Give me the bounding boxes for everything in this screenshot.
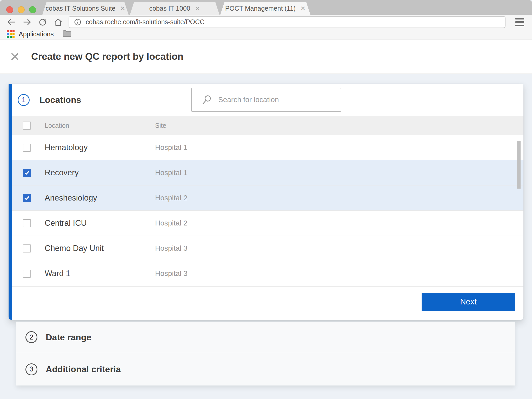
site-cell: Hospital 1 xyxy=(155,143,523,152)
row-checkbox[interactable] xyxy=(23,219,31,227)
tab-close-icon[interactable]: ✕ xyxy=(195,5,200,12)
location-cell: Hematology xyxy=(45,143,155,152)
bookmarks-bar: Applications xyxy=(0,29,532,39)
table-row[interactable]: Central ICUHospital 2 xyxy=(12,211,523,236)
step-additional-criteria[interactable]: 3 Additional criteria xyxy=(16,353,515,385)
dialog-body: 1 Locations Location Site HematologyHosp… xyxy=(0,74,532,398)
tab-cobas-it-1000[interactable]: cobas IT 1000 ✕ xyxy=(130,2,220,15)
location-cell: Aneshesiology xyxy=(45,193,155,203)
site-cell: Hospital 2 xyxy=(155,219,523,227)
step-label: Additional criteria xyxy=(46,364,121,374)
column-header-site: Site xyxy=(155,122,523,129)
select-all-checkbox[interactable] xyxy=(23,122,31,130)
table-row[interactable]: RecoveryHospital 1 xyxy=(12,160,523,185)
browser-toolbar: cobas.roche.com/it-solutions-suite/POCC xyxy=(0,15,532,29)
collapsed-steps: 2 Date range 3 Additional criteria xyxy=(16,322,515,385)
url-text: cobas.roche.com/it-solutions-suite/POCC xyxy=(86,18,204,26)
row-checkbox[interactable] xyxy=(23,144,31,152)
tab-bar: cobas IT Solutions Suite ✕ cobas IT 1000… xyxy=(0,0,532,15)
step-number-badge: 2 xyxy=(25,331,37,343)
zoom-window-button[interactable] xyxy=(29,6,36,13)
row-checkbox[interactable] xyxy=(23,270,31,278)
close-icon[interactable] xyxy=(10,52,20,62)
home-icon[interactable] xyxy=(54,17,63,27)
site-cell: Hospital 3 xyxy=(155,244,523,252)
locations-step-header: 1 Locations xyxy=(12,84,523,116)
location-cell: Ward 1 xyxy=(45,269,155,278)
tab-cobas-it-solutions-suite[interactable]: cobas IT Solutions Suite ✕ xyxy=(42,2,129,15)
bookmarks-folder-icon[interactable] xyxy=(63,30,72,38)
location-cell: Central ICU xyxy=(45,218,155,228)
dialog-header: Create new QC report by location xyxy=(0,39,532,74)
table-scrollbar[interactable] xyxy=(517,141,521,189)
step-label: Locations xyxy=(39,95,81,105)
site-cell: Hospital 2 xyxy=(155,194,523,202)
locations-step-panel: 1 Locations Location Site HematologyHosp… xyxy=(9,84,523,320)
tab-close-icon[interactable]: ✕ xyxy=(300,5,305,12)
locations-table-body: HematologyHospital 1RecoveryHospital 1An… xyxy=(12,135,523,286)
menu-icon[interactable] xyxy=(514,17,525,27)
step-date-range[interactable]: 2 Date range xyxy=(16,322,515,353)
panel-footer: Next xyxy=(12,286,523,320)
back-icon[interactable] xyxy=(7,17,16,27)
close-window-button[interactable] xyxy=(6,6,13,13)
table-header-row: Location Site xyxy=(12,116,523,135)
site-cell: Hospital 1 xyxy=(155,169,523,177)
address-bar[interactable]: cobas.roche.com/it-solutions-suite/POCC xyxy=(69,16,506,28)
bookmark-applications[interactable]: Applications xyxy=(19,30,54,38)
table-row[interactable]: AneshesiologyHospital 2 xyxy=(12,185,523,211)
page-title: Create new QC report by location xyxy=(31,51,183,62)
tab-close-icon[interactable]: ✕ xyxy=(120,5,125,12)
tab-label: POCT Management (11) xyxy=(225,5,296,12)
row-checkbox[interactable] xyxy=(23,244,31,252)
minimize-window-button[interactable] xyxy=(18,6,25,13)
info-icon xyxy=(74,18,82,26)
location-search-box[interactable] xyxy=(191,88,341,112)
tab-poct-management[interactable]: POCT Management (11) ✕ xyxy=(220,2,310,15)
table-row[interactable]: Ward 1Hospital 3 xyxy=(12,261,523,286)
forward-icon[interactable] xyxy=(22,17,32,27)
next-button[interactable]: Next xyxy=(422,293,515,311)
step-label: Date range xyxy=(46,332,91,342)
location-cell: Chemo Day Unit xyxy=(45,244,155,253)
table-row[interactable]: Chemo Day UnitHospital 3 xyxy=(12,236,523,261)
apps-grid-icon[interactable] xyxy=(7,30,15,38)
site-cell: Hospital 3 xyxy=(155,269,523,278)
window-controls xyxy=(6,6,36,13)
location-cell: Recovery xyxy=(45,168,155,177)
reload-icon[interactable] xyxy=(38,17,47,27)
step-number-badge: 1 xyxy=(18,94,30,106)
tab-label: cobas IT 1000 xyxy=(149,5,190,12)
column-header-location: Location xyxy=(45,122,155,129)
step-number-badge: 3 xyxy=(25,363,37,375)
tab-label: cobas IT Solutions Suite xyxy=(45,5,115,12)
search-icon xyxy=(202,95,212,105)
row-checkbox[interactable] xyxy=(23,194,31,202)
row-checkbox[interactable] xyxy=(23,169,31,177)
search-input[interactable] xyxy=(218,96,341,104)
table-row[interactable]: HematologyHospital 1 xyxy=(12,135,523,160)
browser-window: cobas IT Solutions Suite ✕ cobas IT 1000… xyxy=(0,0,532,398)
